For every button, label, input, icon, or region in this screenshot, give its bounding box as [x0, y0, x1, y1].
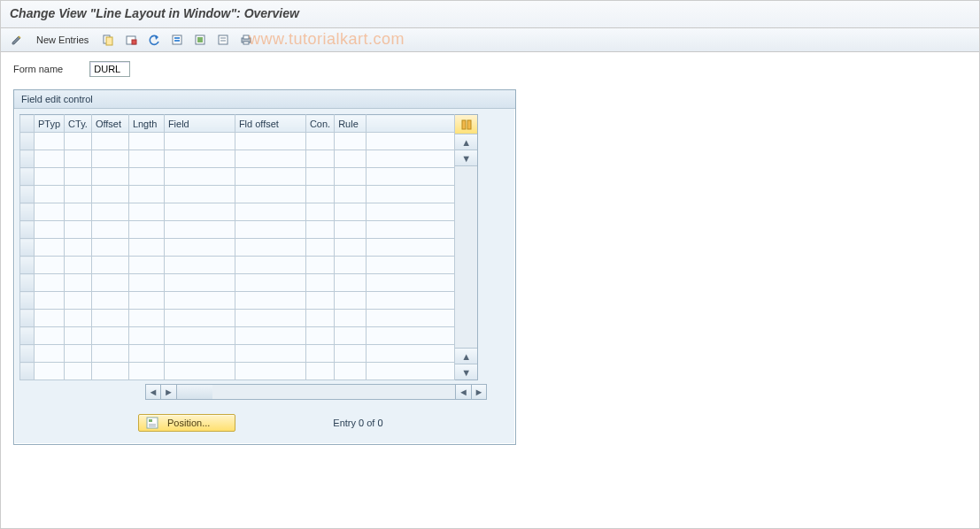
- vscroll-track[interactable]: [455, 166, 477, 348]
- scroll-down-icon[interactable]: ▼: [455, 364, 477, 380]
- select-all-icon[interactable]: [168, 31, 186, 49]
- col-fld-offset[interactable]: Fld offset: [235, 115, 305, 133]
- vertical-scrollbar[interactable]: ▲ ▼ ▲ ▼: [455, 114, 478, 380]
- select-block-icon[interactable]: [191, 31, 209, 49]
- field-edit-control-panel: Field edit control PTyp CTy. Offset Lngt…: [13, 89, 516, 445]
- scroll-up-step-icon[interactable]: ▲: [455, 348, 477, 364]
- row-selector[interactable]: [20, 327, 35, 345]
- svg-rect-10: [220, 37, 226, 39]
- hscroll-track[interactable]: [212, 384, 455, 400]
- page-title: Change View "Line Layout in Window": Ove…: [1, 1, 979, 28]
- delete-icon[interactable]: [122, 31, 140, 49]
- svg-rect-19: [149, 424, 156, 426]
- watermark-text: www.tutorialkart.com: [249, 30, 405, 49]
- undo-change-icon[interactable]: [145, 31, 163, 49]
- table-row[interactable]: [20, 239, 455, 257]
- table-row[interactable]: [20, 363, 455, 380]
- application-toolbar: New Entries www.tutorialkart.com: [1, 28, 979, 52]
- row-selector[interactable]: [20, 363, 35, 380]
- row-selector[interactable]: [20, 310, 35, 327]
- scroll-up-icon[interactable]: ▲: [455, 134, 477, 150]
- content-area: Form name Field edit control PTyp CTy. O…: [1, 52, 979, 454]
- toggle-display-change-icon[interactable]: [8, 31, 26, 49]
- svg-rect-13: [243, 35, 249, 39]
- entry-count-text: Entry 0 of 0: [333, 418, 382, 428]
- svg-rect-15: [462, 120, 466, 129]
- col-length[interactable]: Lngth: [128, 115, 164, 133]
- table-row[interactable]: [20, 292, 455, 310]
- col-rule[interactable]: Rule: [335, 115, 367, 133]
- deselect-all-icon[interactable]: [214, 31, 232, 49]
- row-selector[interactable]: [20, 150, 35, 168]
- position-icon: [146, 417, 158, 429]
- table-settings-icon[interactable]: [455, 115, 477, 134]
- svg-rect-11: [220, 40, 226, 42]
- svg-rect-5: [174, 37, 180, 39]
- col-cty[interactable]: CTy.: [65, 115, 92, 133]
- row-selector[interactable]: [20, 345, 35, 363]
- col-empty: [367, 115, 455, 133]
- svg-rect-14: [243, 42, 249, 44]
- table-row[interactable]: [20, 168, 455, 186]
- col-ptyp[interactable]: PTyp: [35, 115, 65, 133]
- svg-rect-8: [197, 37, 203, 42]
- row-selector[interactable]: [20, 221, 35, 239]
- table-row[interactable]: [20, 345, 455, 363]
- hscroll-thumb[interactable]: [177, 384, 212, 400]
- row-selector[interactable]: [20, 257, 35, 274]
- table-row[interactable]: [20, 150, 455, 168]
- scroll-right-step-icon[interactable]: ►: [161, 384, 177, 400]
- field-edit-table[interactable]: PTyp CTy. Offset Lngth Field Fld offset …: [19, 114, 455, 380]
- row-selector[interactable]: [20, 186, 35, 203]
- scroll-left-step-icon[interactable]: ◄: [455, 384, 471, 400]
- table-row[interactable]: [20, 327, 455, 345]
- scroll-right-icon[interactable]: ►: [471, 384, 487, 400]
- scroll-down-step-icon[interactable]: ▼: [455, 150, 477, 166]
- table-row[interactable]: [20, 310, 455, 327]
- position-button-label: Position...: [167, 418, 210, 428]
- print-icon[interactable]: [237, 31, 255, 49]
- row-selector[interactable]: [20, 133, 35, 150]
- position-button[interactable]: Position...: [138, 414, 235, 432]
- row-selector[interactable]: [20, 168, 35, 186]
- svg-rect-18: [149, 419, 152, 422]
- table-row[interactable]: [20, 257, 455, 274]
- svg-rect-6: [174, 40, 180, 42]
- svg-rect-1: [106, 37, 112, 45]
- svg-rect-3: [132, 40, 136, 44]
- table-row[interactable]: [20, 133, 455, 150]
- svg-rect-20: [149, 426, 156, 427]
- row-selector[interactable]: [20, 274, 35, 292]
- svg-rect-16: [467, 120, 471, 129]
- copy-as-icon[interactable]: [99, 31, 117, 49]
- panel-title: Field edit control: [14, 90, 515, 109]
- col-field[interactable]: Field: [164, 115, 235, 133]
- new-entries-button[interactable]: New Entries: [31, 33, 94, 47]
- table-header-row: PTyp CTy. Offset Lngth Field Fld offset …: [20, 115, 455, 133]
- table-row[interactable]: [20, 203, 455, 221]
- form-name-label: Form name: [13, 64, 63, 74]
- table-row[interactable]: [20, 274, 455, 292]
- horizontal-scrollbar[interactable]: ◄ ► ◄ ►: [14, 384, 515, 405]
- form-name-row: Form name: [13, 61, 967, 77]
- scroll-left-icon[interactable]: ◄: [145, 384, 161, 400]
- row-selector[interactable]: [20, 239, 35, 257]
- row-selector[interactable]: [20, 203, 35, 221]
- col-offset[interactable]: Offset: [91, 115, 128, 133]
- table-row[interactable]: [20, 186, 455, 203]
- form-name-input[interactable]: [89, 61, 130, 77]
- row-selector[interactable]: [20, 292, 35, 310]
- table-corner[interactable]: [20, 115, 35, 133]
- col-con[interactable]: Con.: [305, 115, 334, 133]
- table-row[interactable]: [20, 221, 455, 239]
